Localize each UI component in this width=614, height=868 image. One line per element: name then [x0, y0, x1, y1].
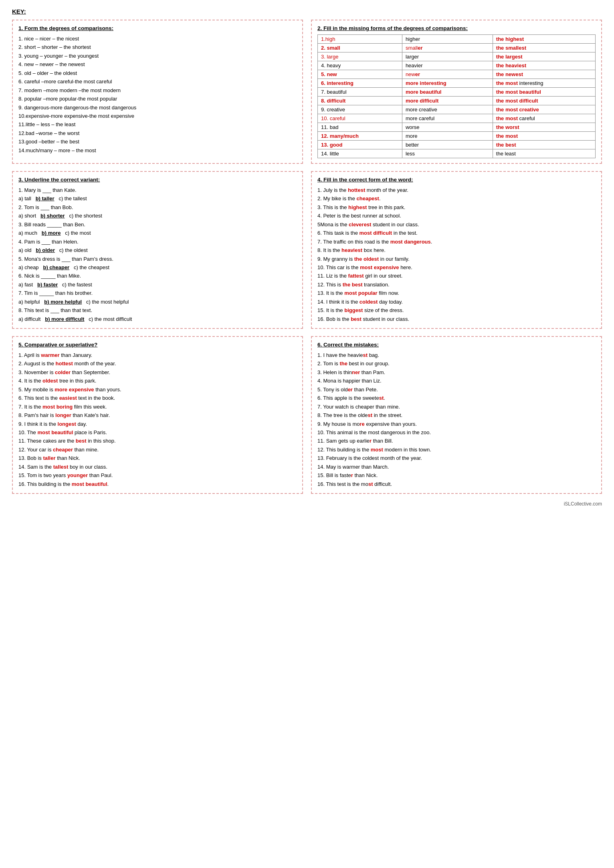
footer: iSLCollective.com: [12, 501, 602, 507]
section1-box: 1. Form the degrees of comparisons: 1. n…: [12, 20, 303, 164]
section1-title: 1. Form the degrees of comparisons:: [18, 25, 297, 31]
section2-box: 2. Fill in the missing forms of the degr…: [311, 20, 602, 164]
section6-title: 6. Correct the mistakes:: [317, 342, 596, 348]
section6-box: 6. Correct the mistakes: 1. I have the h…: [311, 336, 602, 494]
section4-box: 4. Fill in the correct form of the word:…: [311, 171, 602, 329]
section6-content: 1. I have the heaviest bag. 2. Tom is th…: [317, 351, 596, 488]
section5-content: 1. April is warmer than January. 2. Augu…: [18, 351, 297, 488]
section2-title: 2. Fill in the missing forms of the degr…: [317, 25, 596, 31]
section5-title: 5. Comparative or superlative?: [18, 342, 297, 348]
key-title: KEY:: [12, 8, 602, 15]
section1-content: 1. nice – nicer – the nicest 2. short – …: [18, 34, 297, 155]
section3-title: 3. Underline the correct variant:: [18, 177, 297, 183]
section4-content: 1. July is the hottest month of the year…: [317, 186, 596, 323]
section5-box: 5. Comparative or superlative? 1. April …: [12, 336, 303, 494]
section3-box: 3. Underline the correct variant: 1. Mar…: [12, 171, 303, 329]
section3-content: 1. Mary is ___ than Kate. a) tall b) tal…: [18, 186, 297, 323]
section4-title: 4. Fill in the correct form of the word:: [317, 177, 596, 183]
compare-table: 1.high higher the highest 2. small small…: [317, 34, 596, 158]
